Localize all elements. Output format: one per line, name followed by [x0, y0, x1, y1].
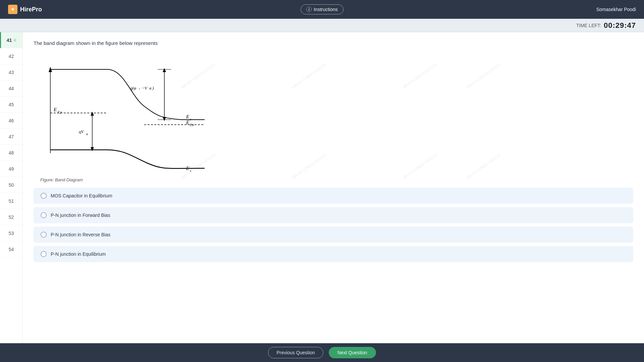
svg-text:ᵢ: ᵢ: [139, 85, 140, 90]
question-number: 44: [9, 86, 14, 91]
question-sidebar: 41☆42434445464748495051525354: [0, 32, 23, 343]
logo-icon: ✦: [8, 5, 17, 14]
question-content: ojlerom 129815-1410131ojlerom 129815-141…: [23, 32, 644, 343]
sidebar-item-46[interactable]: 46: [0, 113, 22, 129]
band-diagram: E F,p qV a q(φ ᵢ −V a ) E c E F,n E v: [34, 53, 633, 182]
prev-question-button[interactable]: Previous Question: [268, 347, 323, 358]
question-number: 45: [9, 102, 14, 107]
option-item-2[interactable]: P-N junction in Forward Bias: [34, 207, 633, 223]
sidebar-item-53[interactable]: 53: [0, 225, 22, 241]
svg-text:q(φ: q(φ: [130, 85, 136, 90]
svg-text:F,n: F,n: [190, 123, 194, 127]
svg-text:): ): [152, 85, 154, 90]
timer-bar: TIME LEFT: 00:29:47: [0, 19, 644, 32]
question-number: 41: [7, 38, 12, 43]
svg-marker-12: [163, 117, 166, 121]
svg-text:qV: qV: [79, 129, 85, 134]
logo: ✦ HirePro: [8, 5, 42, 14]
question-number: 52: [9, 215, 14, 220]
option-label-2: P-N junction in Forward Bias: [51, 213, 110, 218]
question-number: 46: [9, 118, 14, 123]
sidebar-item-45[interactable]: 45: [0, 97, 22, 113]
option-item-3[interactable]: P-N junction in Reverse Bias: [34, 227, 633, 243]
timer-value: 00:29:47: [604, 21, 636, 30]
timer-label: TIME LEFT:: [576, 23, 601, 28]
band-diagram-svg: E F,p qV a q(φ ᵢ −V a ) E c E F,n E v: [34, 53, 208, 173]
sidebar-item-50[interactable]: 50: [0, 177, 22, 193]
info-icon: i: [306, 7, 312, 12]
question-number: 42: [9, 54, 14, 59]
option-label-4: P-N junction in Equilibrium: [51, 251, 106, 257]
sidebar-item-43[interactable]: 43: [0, 64, 22, 80]
question-text: The band diagram shown in the figure bel…: [34, 40, 633, 46]
sidebar-item-49[interactable]: 49: [0, 161, 22, 177]
svg-text:E: E: [186, 166, 189, 171]
sidebar-item-52[interactable]: 52: [0, 209, 22, 225]
svg-text:a: a: [149, 85, 152, 90]
svg-marker-8: [91, 112, 94, 116]
svg-text:E: E: [53, 107, 57, 112]
sidebar-item-48[interactable]: 48: [0, 145, 22, 161]
question-number: 50: [9, 182, 14, 188]
svg-text:E: E: [186, 114, 189, 119]
options-container: MOS Capacitor in Equilibrium P-N junctio…: [34, 188, 633, 262]
user-name: Somasekhar Poodi: [596, 7, 636, 12]
option-label-3: P-N junction in Reverse Bias: [51, 232, 110, 237]
svg-marker-11: [163, 68, 166, 72]
sidebar-item-44[interactable]: 44: [0, 80, 22, 97]
option-radio-2[interactable]: [41, 212, 47, 218]
question-number: 54: [9, 247, 14, 252]
svg-text:a: a: [86, 132, 88, 136]
question-number: 53: [9, 231, 14, 236]
sidebar-item-47[interactable]: 47: [0, 129, 22, 145]
option-radio-4[interactable]: [41, 251, 47, 257]
sidebar-item-41[interactable]: 41☆: [0, 32, 22, 48]
instructions-button[interactable]: i Instructions: [301, 4, 343, 14]
main-area: 41☆42434445464748495051525354 ojlerom 12…: [0, 32, 644, 343]
sidebar-item-42[interactable]: 42: [0, 48, 22, 64]
question-number: 51: [9, 198, 14, 204]
svg-text:v: v: [190, 169, 192, 173]
diagram-caption: Figure: Band Diagram: [40, 177, 633, 182]
star-icon: ☆: [13, 38, 17, 43]
next-question-button[interactable]: Next Question: [329, 347, 376, 358]
option-radio-3[interactable]: [41, 232, 47, 238]
svg-text:E: E: [186, 120, 189, 125]
question-number: 48: [9, 150, 14, 156]
svg-text:F,p: F,p: [57, 110, 62, 114]
sidebar-item-54[interactable]: 54: [0, 241, 22, 257]
question-number: 43: [9, 70, 14, 75]
bottom-bar: Previous Question Next Question: [0, 343, 644, 362]
instructions-label: Instructions: [314, 7, 338, 12]
option-item-4[interactable]: P-N junction in Equilibrium: [34, 246, 633, 262]
header: ✦ HirePro i Instructions Somasekhar Pood…: [0, 0, 644, 19]
question-number: 49: [9, 166, 14, 172]
question-number: 47: [9, 134, 14, 139]
logo-text: HirePro: [20, 6, 42, 13]
sidebar-item-51[interactable]: 51: [0, 193, 22, 209]
option-radio-1[interactable]: [41, 193, 47, 199]
svg-marker-9: [91, 147, 94, 151]
option-item-1[interactable]: MOS Capacitor in Equilibrium: [34, 188, 633, 204]
svg-text:c: c: [190, 117, 192, 121]
option-label-1: MOS Capacitor in Equilibrium: [51, 193, 112, 198]
svg-text:−V: −V: [142, 85, 148, 90]
